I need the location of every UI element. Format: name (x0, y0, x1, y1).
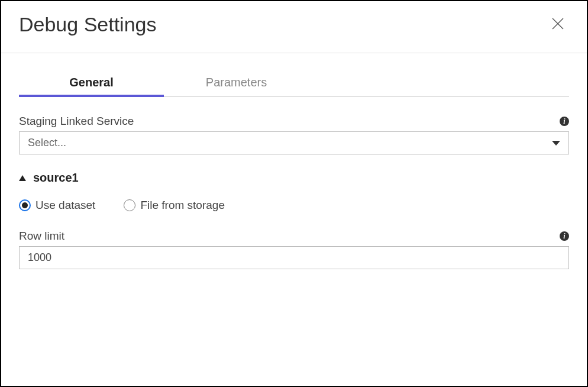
staging-linked-service-label: Staging Linked Service (19, 115, 134, 128)
radio-circle-unselected (124, 199, 135, 211)
source-name: source1 (33, 171, 79, 185)
radio-dot-icon (22, 202, 28, 208)
info-icon[interactable]: i (560, 117, 569, 126)
staging-linked-service-select[interactable]: Select... (19, 131, 569, 154)
radio-use-dataset-label: Use dataset (35, 199, 95, 212)
radio-file-from-storage[interactable]: File from storage (124, 199, 225, 212)
tab-parameters[interactable]: Parameters (164, 70, 309, 96)
info-icon[interactable]: i (560, 231, 569, 241)
row-limit-label: Row limit (19, 230, 64, 243)
header-divider (1, 53, 587, 53)
chevron-down-icon (552, 141, 560, 146)
radio-file-storage-label: File from storage (140, 199, 225, 212)
select-placeholder: Select... (28, 137, 66, 149)
dialog-title: Debug Settings (19, 13, 157, 36)
radio-circle-selected (19, 199, 31, 211)
close-icon (551, 17, 564, 30)
source-section-toggle[interactable]: source1 (19, 171, 569, 185)
close-button[interactable] (547, 15, 569, 35)
collapse-caret-icon (19, 175, 26, 181)
tab-general[interactable]: General (19, 70, 164, 96)
row-limit-input[interactable] (19, 246, 569, 269)
tab-bar: General Parameters (19, 70, 569, 97)
radio-use-dataset[interactable]: Use dataset (19, 199, 95, 212)
